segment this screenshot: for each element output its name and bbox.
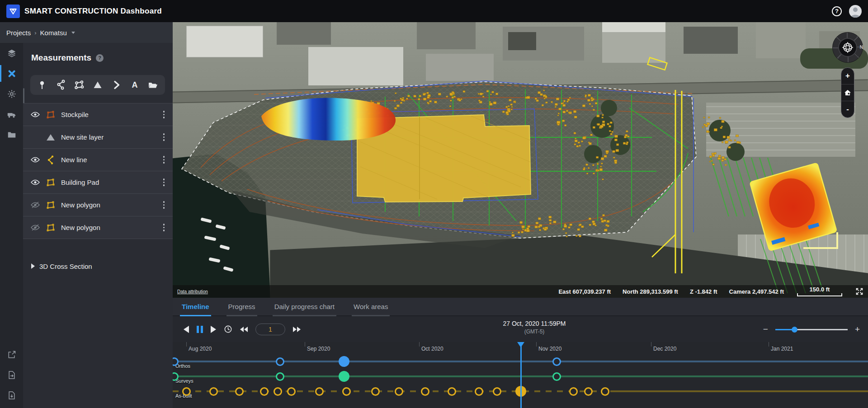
tool-text-button[interactable]: A [127,77,142,93]
speed-input[interactable] [255,324,285,335]
compass-control[interactable]: N [832,32,863,63]
timeline-event[interactable] [339,371,349,382]
svg-text:A: A [132,80,137,89]
data-attribution-link[interactable]: Data attribution [177,289,208,294]
rail-external-link-button[interactable] [0,344,23,365]
measurement-label: New polygon [61,224,100,231]
tool-arrow-button[interactable] [108,77,124,93]
timeline-event[interactable] [601,387,609,396]
timeline-chart[interactable]: Aug 2020Sep 2020Oct 2020Nov 2020Dec 2020… [173,342,868,408]
coord-camera: Camera 2,497.542 ft [729,288,784,295]
measurement-row[interactable]: New polygon [23,216,173,239]
eye-off-icon[interactable] [29,202,41,208]
eye-off-icon[interactable] [29,224,41,231]
timeline-cursor[interactable] [520,346,522,408]
timeline-event[interactable] [274,387,282,396]
user-avatar[interactable] [849,5,862,18]
timeline-event[interactable] [569,387,578,396]
rewind-button[interactable] [240,324,248,335]
measurement-row[interactable]: Building Pad [23,171,173,194]
timeline-event[interactable] [287,387,296,396]
row-menu-button[interactable] [161,154,167,165]
timeline-event[interactable] [339,356,349,367]
measurement-row[interactable]: Stockpile [23,103,173,126]
slider-thumb[interactable] [792,327,797,333]
tool-surface-button[interactable] [90,77,105,93]
timeline-event[interactable] [235,387,244,396]
row-menu-button[interactable] [161,177,167,188]
timeline-event[interactable] [552,357,561,366]
help-button[interactable]: ? [832,6,842,16]
coord-east: East 607,039.237 ft [558,288,611,295]
map-zoom-in-button[interactable]: + [841,68,854,84]
timeline-event[interactable] [342,387,351,396]
play-button[interactable] [211,324,216,335]
timeline-event[interactable] [552,372,561,381]
timeline-event[interactable] [173,357,179,366]
eye-icon[interactable] [29,111,41,118]
measurement-label: New line [61,156,87,164]
timeline-zoom-out-button[interactable]: − [763,325,768,333]
timeline-event[interactable] [448,387,456,396]
breadcrumb-project-name[interactable]: Komatsu [40,29,67,37]
tool-polygon-button[interactable] [71,77,87,93]
timeline-event[interactable] [182,387,191,396]
fullscreen-button[interactable] [855,287,863,295]
rail-file-export-button[interactable] [0,365,23,385]
measurements-help-button[interactable]: ? [96,54,104,62]
measurement-row[interactable]: New polygon [23,194,173,216]
tab-progress[interactable]: Progress [226,298,257,316]
tab-daily-progress-chart[interactable]: Daily progress chart [273,298,336,316]
timeline-event[interactable] [584,387,593,396]
month-label: Aug 2020 [189,346,212,352]
eye-icon[interactable] [29,156,41,163]
rail-file-download-button[interactable] [0,385,23,405]
rail-machines-button[interactable] [0,104,23,124]
map-home-button[interactable] [841,84,854,101]
row-menu-button[interactable] [161,109,167,120]
timeline-event[interactable] [173,372,179,381]
current-date: 27 Oct, 2020 11:59PM [503,320,566,327]
pause-button[interactable] [197,324,203,335]
rail-settings-button[interactable] [0,84,23,104]
timeline-event[interactable] [395,387,403,396]
tool-folder-button[interactable] [145,77,160,93]
timeline-event[interactable] [276,357,284,366]
timeline-event[interactable] [475,387,483,396]
measurement-row[interactable]: New line [23,149,173,171]
cross-section-row[interactable]: 3D Cross Section [23,257,173,275]
timeline-event[interactable] [260,387,269,396]
timeline-event[interactable] [421,387,429,396]
breadcrumb-projects[interactable]: Projects [6,29,31,37]
fast-forward-button[interactable] [293,324,301,335]
eye-icon[interactable] [29,179,41,186]
map-canvas[interactable]: N + - Data attribution East 607,039.237 … [173,22,868,298]
row-menu-button[interactable] [161,131,167,143]
timeline-zoom-slider[interactable] [775,326,848,333]
rail-measurements-button[interactable] [0,63,23,84]
map-zoom-out-button[interactable]: - [841,101,854,117]
step-back-button[interactable] [184,324,189,335]
timeline-zoom-in-button[interactable]: + [855,325,860,333]
timeline-event[interactable] [276,372,284,381]
timeline-event[interactable] [493,387,501,396]
tool-polyline-button[interactable] [53,77,68,93]
measurement-row[interactable]: New site layer [23,126,173,149]
tab-work-areas[interactable]: Work areas [352,298,390,316]
tab-timeline[interactable]: Timeline [180,298,211,316]
expand-caret-icon [31,263,35,269]
smart-construction-app: SMART CONSTRUCTION Dashboard ? Projects … [0,0,868,408]
month-tick [769,342,769,347]
rail-layers-button[interactable] [0,43,23,63]
measurement-toolbar: A [30,75,165,95]
rail-files-button[interactable] [0,124,23,145]
timeline-event[interactable] [209,387,218,396]
timeline-event[interactable] [371,387,380,396]
row-menu-button[interactable] [161,222,167,233]
polyline-icon [44,155,57,165]
timeline-event[interactable] [315,387,324,396]
row-menu-button[interactable] [161,199,167,211]
clock-icon[interactable] [224,324,232,335]
tool-point-button[interactable] [34,77,50,93]
breadcrumb-dropdown-caret-icon[interactable] [71,32,75,34]
